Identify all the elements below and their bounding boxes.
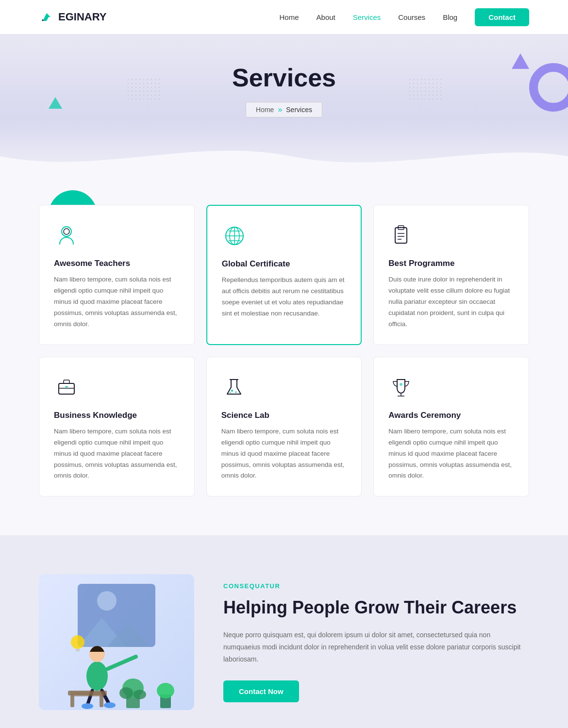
header: EGINARY Home About Services Courses Blog… bbox=[0, 0, 568, 34]
services-grid: Awesome Teachers Nam libero tempore, cum… bbox=[39, 205, 529, 496]
contact-now-button[interactable]: Contact Now bbox=[223, 680, 299, 702]
logo-icon bbox=[39, 9, 54, 25]
about-illustration bbox=[39, 574, 194, 710]
svg-rect-37 bbox=[70, 695, 74, 707]
service-card-best-programme: Best Programme Duis oute irure dolor in … bbox=[373, 205, 529, 345]
triangle-decoration-left bbox=[49, 97, 62, 109]
science-lab-icon-wrap bbox=[221, 375, 347, 402]
svg-rect-8 bbox=[395, 228, 407, 243]
contact-button[interactable]: Contact bbox=[475, 8, 529, 26]
clipboard-icon bbox=[388, 223, 414, 248]
svg-point-27 bbox=[86, 662, 108, 691]
service-card-business-knowledge: Business Knowledge Nam libero tempore, c… bbox=[39, 357, 195, 497]
about-description: Neque porro quisquam est, qui dolorem ip… bbox=[223, 629, 529, 666]
briefcase-icon bbox=[54, 375, 79, 400]
illustration-frame bbox=[39, 574, 194, 710]
hero-title: Services bbox=[0, 63, 568, 92]
global-certificate-desc: Repellendus temporibus autem quis am et … bbox=[222, 275, 347, 319]
awesome-teachers-desc: Nam libero tempore, cum soluta nois est … bbox=[54, 274, 180, 330]
wave-decoration bbox=[0, 137, 568, 176]
triangle-decoration-top-right bbox=[512, 53, 529, 69]
science-lab-title: Science Lab bbox=[221, 411, 347, 420]
best-programme-desc: Duis oute irure dolor in reprehenderit i… bbox=[388, 274, 514, 330]
svg-point-1 bbox=[64, 229, 69, 234]
flask-icon bbox=[221, 375, 247, 400]
business-knowledge-icon-wrap bbox=[54, 375, 180, 402]
nav-blog[interactable]: Blog bbox=[443, 13, 457, 21]
globe-icon bbox=[222, 223, 247, 248]
svg-point-43 bbox=[134, 690, 146, 699]
svg-point-0 bbox=[62, 227, 71, 236]
svg-line-29 bbox=[108, 657, 136, 669]
best-programme-icon-wrap bbox=[388, 223, 514, 250]
svg-point-22 bbox=[400, 383, 402, 386]
about-title: Helping People Grow Their Careers bbox=[223, 596, 529, 619]
awards-ceremony-title: Awards Ceremony bbox=[388, 411, 514, 420]
service-card-awesome-teachers: Awesome Teachers Nam libero tempore, cum… bbox=[39, 205, 195, 345]
awesome-teachers-icon-wrap bbox=[54, 223, 180, 250]
service-card-awards-ceremony: Awards Ceremony Nam libero tempore, cum … bbox=[373, 357, 529, 497]
svg-point-42 bbox=[119, 687, 133, 699]
science-lab-desc: Nam libero tempore, cum soluta nois est … bbox=[221, 426, 347, 482]
teacher-icon bbox=[54, 223, 79, 248]
trophy-icon bbox=[388, 375, 414, 400]
nav-services[interactable]: Services bbox=[353, 13, 381, 21]
svg-rect-39 bbox=[70, 692, 104, 696]
nav-courses[interactable]: Courses bbox=[398, 13, 425, 21]
svg-point-24 bbox=[97, 591, 117, 611]
breadcrumb-current: Services bbox=[286, 106, 312, 114]
global-certificate-icon-wrap bbox=[222, 223, 347, 250]
svg-point-32 bbox=[82, 703, 93, 709]
business-knowledge-title: Business Knowledge bbox=[54, 411, 180, 420]
dots-decoration-left bbox=[126, 78, 160, 102]
svg-rect-35 bbox=[76, 649, 80, 651]
nav-home[interactable]: Home bbox=[280, 13, 299, 21]
services-section: Awesome Teachers Nam libero tempore, cum… bbox=[0, 176, 568, 535]
about-content: CONSEQUATUR Helping People Grow Their Ca… bbox=[223, 582, 529, 702]
logo[interactable]: EGINARY bbox=[39, 9, 106, 25]
svg-point-18 bbox=[235, 391, 236, 393]
nav-about[interactable]: About bbox=[317, 13, 335, 21]
main-nav: Home About Services Courses Blog Contact bbox=[280, 8, 529, 26]
breadcrumb: Home » Services bbox=[246, 102, 322, 117]
svg-rect-38 bbox=[100, 695, 103, 707]
breadcrumb-home-link[interactable]: Home bbox=[256, 106, 274, 114]
hero-section: Services Home » Services bbox=[0, 34, 568, 176]
svg-point-17 bbox=[231, 390, 233, 392]
logo-text: EGINARY bbox=[58, 11, 106, 23]
service-card-science-lab: Science Lab Nam libero tempore, cum solu… bbox=[206, 357, 362, 497]
best-programme-title: Best Programme bbox=[388, 259, 514, 268]
about-sub-label: CONSEQUATUR bbox=[223, 582, 529, 590]
career-illustration-svg bbox=[39, 574, 194, 710]
about-section: CONSEQUATUR Helping People Grow Their Ca… bbox=[0, 535, 568, 728]
svg-point-19 bbox=[230, 392, 231, 393]
awesome-teachers-title: Awesome Teachers bbox=[54, 259, 180, 268]
svg-point-45 bbox=[157, 683, 174, 698]
svg-point-33 bbox=[104, 702, 116, 708]
business-knowledge-desc: Nam libero tempore, cum soluta nois est … bbox=[54, 426, 180, 482]
svg-point-34 bbox=[71, 635, 84, 649]
dots-decoration-right bbox=[408, 78, 442, 102]
awards-ceremony-desc: Nam libero tempore, cum soluta nois est … bbox=[388, 426, 514, 482]
awards-ceremony-icon-wrap bbox=[388, 375, 514, 402]
global-certificate-title: Global Certificate bbox=[222, 259, 347, 269]
service-card-global-certificate: Global Certificate Repellendus temporibu… bbox=[206, 205, 362, 345]
svg-rect-13 bbox=[59, 383, 74, 394]
breadcrumb-separator: » bbox=[278, 105, 282, 114]
